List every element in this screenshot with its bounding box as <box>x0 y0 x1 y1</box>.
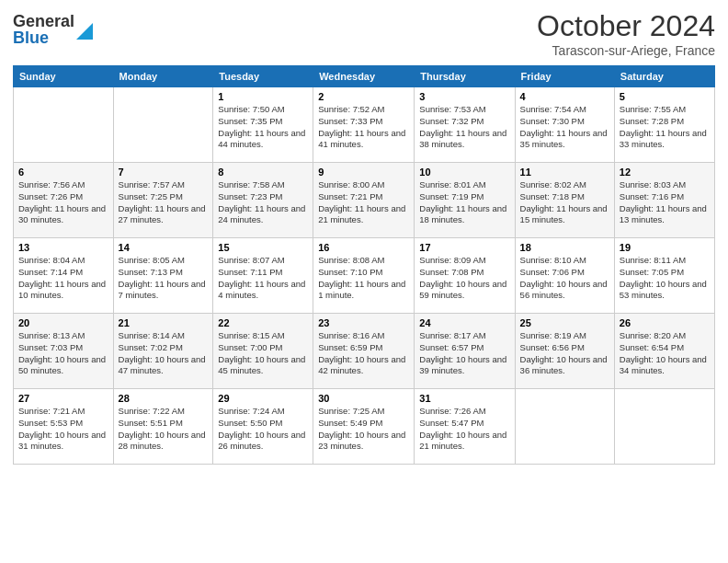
calendar-cell: 16Sunrise: 8:08 AMSunset: 7:10 PMDayligh… <box>313 238 415 314</box>
day-info: Sunrise: 8:11 AMSunset: 7:05 PMDaylight:… <box>620 255 710 302</box>
day-number: 19 <box>620 242 710 253</box>
calendar-cell: 7Sunrise: 7:57 AMSunset: 7:25 PMDaylight… <box>113 163 213 238</box>
day-info: Sunrise: 8:10 AMSunset: 7:06 PMDaylight:… <box>520 255 609 302</box>
col-friday: Friday <box>515 66 614 87</box>
day-number: 23 <box>318 317 409 328</box>
day-info: Sunrise: 8:07 AMSunset: 7:11 PMDaylight:… <box>218 255 308 302</box>
calendar-week-row: 13Sunrise: 8:04 AMSunset: 7:14 PMDayligh… <box>14 238 715 314</box>
day-info: Sunrise: 8:03 AMSunset: 7:16 PMDaylight:… <box>620 179 710 226</box>
col-sunday: Sunday <box>14 66 114 87</box>
day-number: 10 <box>419 167 509 178</box>
day-number: 25 <box>520 317 609 328</box>
calendar-cell: 9Sunrise: 8:00 AMSunset: 7:21 PMDaylight… <box>313 163 415 238</box>
day-info: Sunrise: 8:01 AMSunset: 7:19 PMDaylight:… <box>419 179 509 226</box>
logo-icon <box>76 19 93 40</box>
calendar-cell: 10Sunrise: 8:01 AMSunset: 7:19 PMDayligh… <box>415 163 515 238</box>
day-info: Sunrise: 8:16 AMSunset: 6:59 PMDaylight:… <box>318 330 409 377</box>
day-number: 3 <box>419 91 509 102</box>
day-number: 24 <box>419 317 509 328</box>
day-info: Sunrise: 7:54 AMSunset: 7:30 PMDaylight:… <box>520 104 609 151</box>
day-number: 11 <box>520 167 609 178</box>
calendar-table: Sunday Monday Tuesday Wednesday Thursday… <box>13 65 715 465</box>
calendar-cell: 19Sunrise: 8:11 AMSunset: 7:05 PMDayligh… <box>614 238 714 314</box>
day-info: Sunrise: 8:17 AMSunset: 6:57 PMDaylight:… <box>419 330 509 377</box>
calendar-cell: 22Sunrise: 8:15 AMSunset: 7:00 PMDayligh… <box>213 314 313 389</box>
col-tuesday: Tuesday <box>213 66 313 87</box>
calendar-cell: 6Sunrise: 7:56 AMSunset: 7:26 PMDaylight… <box>14 163 114 238</box>
page-container: General Blue October 2024 Tarascon-sur-A… <box>0 0 728 563</box>
calendar-week-row: 27Sunrise: 7:21 AMSunset: 5:53 PMDayligh… <box>14 389 715 465</box>
calendar-cell: 8Sunrise: 7:58 AMSunset: 7:23 PMDaylight… <box>213 163 313 238</box>
calendar-week-row: 6Sunrise: 7:56 AMSunset: 7:26 PMDaylight… <box>14 163 715 238</box>
day-info: Sunrise: 7:21 AMSunset: 5:53 PMDaylight:… <box>18 406 108 453</box>
day-number: 31 <box>419 393 509 404</box>
calendar-cell: 29Sunrise: 7:24 AMSunset: 5:50 PMDayligh… <box>213 389 313 465</box>
col-thursday: Thursday <box>415 66 515 87</box>
calendar-cell: 23Sunrise: 8:16 AMSunset: 6:59 PMDayligh… <box>313 314 415 389</box>
header: General Blue October 2024 Tarascon-sur-A… <box>13 9 715 58</box>
day-info: Sunrise: 7:57 AMSunset: 7:25 PMDaylight:… <box>119 179 209 226</box>
day-info: Sunrise: 8:20 AMSunset: 6:54 PMDaylight:… <box>620 330 710 377</box>
calendar-header-row: Sunday Monday Tuesday Wednesday Thursday… <box>14 66 715 87</box>
col-monday: Monday <box>113 66 213 87</box>
day-info: Sunrise: 8:08 AMSunset: 7:10 PMDaylight:… <box>318 255 409 302</box>
svg-marker-0 <box>76 23 93 40</box>
day-info: Sunrise: 8:14 AMSunset: 7:02 PMDaylight:… <box>119 330 209 377</box>
day-info: Sunrise: 8:13 AMSunset: 7:03 PMDaylight:… <box>18 330 108 377</box>
day-info: Sunrise: 8:00 AMSunset: 7:21 PMDaylight:… <box>318 179 409 226</box>
day-info: Sunrise: 8:02 AMSunset: 7:18 PMDaylight:… <box>520 179 609 226</box>
logo-blue: Blue <box>13 29 74 46</box>
day-number: 28 <box>119 393 209 404</box>
day-number: 26 <box>620 317 710 328</box>
calendar-cell: 21Sunrise: 8:14 AMSunset: 7:02 PMDayligh… <box>113 314 213 389</box>
col-saturday: Saturday <box>614 66 714 87</box>
day-number: 17 <box>419 242 509 253</box>
day-number: 13 <box>18 242 108 253</box>
day-info: Sunrise: 7:55 AMSunset: 7:28 PMDaylight:… <box>620 104 710 151</box>
day-number: 18 <box>520 242 609 253</box>
day-info: Sunrise: 7:26 AMSunset: 5:47 PMDaylight:… <box>419 406 509 453</box>
day-info: Sunrise: 8:19 AMSunset: 6:56 PMDaylight:… <box>520 330 609 377</box>
day-number: 14 <box>119 242 209 253</box>
day-info: Sunrise: 7:52 AMSunset: 7:33 PMDaylight:… <box>318 104 409 151</box>
day-number: 8 <box>218 167 308 178</box>
day-info: Sunrise: 8:15 AMSunset: 7:00 PMDaylight:… <box>218 330 308 377</box>
day-info: Sunrise: 8:04 AMSunset: 7:14 PMDaylight:… <box>18 255 108 302</box>
calendar-cell: 26Sunrise: 8:20 AMSunset: 6:54 PMDayligh… <box>614 314 714 389</box>
calendar-week-row: 1Sunrise: 7:50 AMSunset: 7:35 PMDaylight… <box>14 87 715 163</box>
calendar-cell <box>14 87 114 163</box>
day-number: 2 <box>318 91 409 102</box>
calendar-cell: 11Sunrise: 8:02 AMSunset: 7:18 PMDayligh… <box>515 163 614 238</box>
day-number: 7 <box>119 167 209 178</box>
calendar-cell: 3Sunrise: 7:53 AMSunset: 7:32 PMDaylight… <box>415 87 515 163</box>
calendar-cell: 17Sunrise: 8:09 AMSunset: 7:08 PMDayligh… <box>415 238 515 314</box>
calendar-cell: 20Sunrise: 8:13 AMSunset: 7:03 PMDayligh… <box>14 314 114 389</box>
day-number: 16 <box>318 242 409 253</box>
calendar-cell: 15Sunrise: 8:07 AMSunset: 7:11 PMDayligh… <box>213 238 313 314</box>
calendar-cell: 1Sunrise: 7:50 AMSunset: 7:35 PMDaylight… <box>213 87 313 163</box>
day-number: 27 <box>18 393 108 404</box>
location-title: Tarascon-sur-Ariege, France <box>537 43 715 58</box>
calendar-cell: 12Sunrise: 8:03 AMSunset: 7:16 PMDayligh… <box>614 163 714 238</box>
day-number: 20 <box>18 317 108 328</box>
calendar-week-row: 20Sunrise: 8:13 AMSunset: 7:03 PMDayligh… <box>14 314 715 389</box>
day-number: 1 <box>218 91 308 102</box>
day-number: 4 <box>520 91 609 102</box>
logo-text: General Blue <box>13 13 74 46</box>
day-number: 30 <box>318 393 409 404</box>
day-info: Sunrise: 7:22 AMSunset: 5:51 PMDaylight:… <box>119 406 209 453</box>
logo-general: General <box>13 13 74 29</box>
day-info: Sunrise: 7:58 AMSunset: 7:23 PMDaylight:… <box>218 179 308 226</box>
day-number: 6 <box>18 167 108 178</box>
day-info: Sunrise: 7:25 AMSunset: 5:49 PMDaylight:… <box>318 406 409 453</box>
calendar-cell: 5Sunrise: 7:55 AMSunset: 7:28 PMDaylight… <box>614 87 714 163</box>
calendar-cell: 13Sunrise: 8:04 AMSunset: 7:14 PMDayligh… <box>14 238 114 314</box>
day-info: Sunrise: 8:05 AMSunset: 7:13 PMDaylight:… <box>119 255 209 302</box>
day-number: 22 <box>218 317 308 328</box>
calendar-cell: 30Sunrise: 7:25 AMSunset: 5:49 PMDayligh… <box>313 389 415 465</box>
calendar-cell <box>515 389 614 465</box>
calendar-cell: 2Sunrise: 7:52 AMSunset: 7:33 PMDaylight… <box>313 87 415 163</box>
day-number: 21 <box>119 317 209 328</box>
title-block: October 2024 Tarascon-sur-Ariege, France <box>537 9 715 58</box>
calendar-cell: 24Sunrise: 8:17 AMSunset: 6:57 PMDayligh… <box>415 314 515 389</box>
